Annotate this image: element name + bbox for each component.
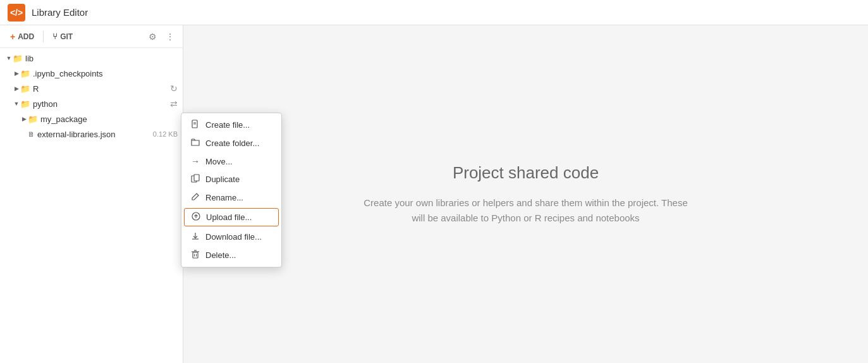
- app-title: Library Editor: [32, 7, 88, 18]
- menu-item-duplicate[interactable]: Duplicate: [181, 170, 281, 188]
- menu-item-create-file[interactable]: Create file...: [181, 116, 281, 134]
- git-icon: ⑂: [52, 32, 58, 41]
- tree-item-R[interactable]: ▶ 📁 R ↻: [0, 81, 183, 96]
- create-file-icon: [190, 120, 200, 130]
- chevron-right-icon: ▶: [13, 70, 20, 77]
- context-menu: Create file... Create folder... → Move..…: [181, 113, 282, 268]
- menu-item-label: Upload file...: [206, 212, 252, 222]
- sync-icon: ↻: [170, 83, 178, 94]
- sync-arrows-icon: ⇄: [170, 99, 178, 109]
- folder-icon: 📁: [20, 69, 30, 78]
- settings-icon: ⚙: [149, 32, 157, 42]
- tree-item-label: .ipynb_checkpoints: [33, 69, 178, 78]
- menu-item-upload-file[interactable]: Upload file...: [184, 208, 279, 226]
- download-icon: [190, 231, 200, 242]
- chevron-right-icon: ▶: [13, 85, 20, 92]
- sidebar-toolbar: + ADD ⑂ GIT ⚙ ⋮: [0, 25, 183, 48]
- tree-item-label: python: [33, 99, 170, 109]
- delete-icon: [190, 250, 200, 261]
- title-bar: </> Library Editor: [0, 0, 868, 25]
- no-arrow: [20, 130, 28, 138]
- content-area: Project shared code Create your own libr…: [183, 25, 868, 363]
- app-icon: </>: [8, 4, 25, 22]
- menu-item-move[interactable]: → Move...: [181, 152, 281, 170]
- menu-item-rename[interactable]: Rename...: [181, 188, 281, 207]
- settings-button[interactable]: ⚙: [145, 29, 160, 44]
- tree-item-label: my_package: [40, 114, 178, 124]
- file-icon: 🗎: [28, 130, 35, 138]
- svg-rect-4: [194, 175, 199, 181]
- menu-item-label: Download file...: [205, 232, 262, 242]
- tree-item-python[interactable]: ▼ 📁 python ⇄: [0, 96, 183, 111]
- menu-item-label: Delete...: [205, 250, 236, 260]
- tree-item-lib[interactable]: ▼ 📁 lib: [0, 51, 183, 66]
- tree-item-my-package[interactable]: ▶ 📁 my_package: [0, 111, 183, 126]
- chevron-right-icon: ▶: [20, 115, 28, 123]
- menu-item-label: Move...: [205, 157, 233, 166]
- toolbar-separator: [43, 31, 44, 42]
- tree-item-label: external-libraries.json: [37, 130, 153, 139]
- chevron-down-icon: ▼: [13, 100, 20, 108]
- svg-rect-9: [193, 252, 198, 258]
- menu-item-label: Create file...: [205, 120, 250, 130]
- menu-item-download-file[interactable]: Download file...: [181, 228, 281, 246]
- file-tree: ▼ 📁 lib ▶ 📁 .ipynb_checkpoints ▶ 📁 R ↻ ▼…: [0, 48, 183, 363]
- main-layout: + ADD ⑂ GIT ⚙ ⋮ ▼ 📁 lib: [0, 25, 868, 363]
- tree-item-label: lib: [25, 54, 178, 63]
- tree-item-ipynb-checkpoints[interactable]: ▶ 📁 .ipynb_checkpoints: [0, 66, 183, 81]
- git-button[interactable]: ⑂ GIT: [47, 30, 78, 43]
- tree-item-label: R: [33, 84, 170, 94]
- rename-icon: [190, 192, 200, 203]
- folder-icon: 📁: [13, 54, 23, 63]
- empty-state-title: Project shared code: [362, 163, 690, 183]
- move-icon: →: [190, 156, 200, 166]
- menu-item-create-folder[interactable]: Create folder...: [181, 134, 281, 152]
- sidebar: + ADD ⑂ GIT ⚙ ⋮ ▼ 📁 lib: [0, 25, 183, 363]
- add-button[interactable]: + ADD: [5, 30, 39, 44]
- more-button[interactable]: ⋮: [162, 29, 178, 44]
- tree-item-external-libraries[interactable]: 🗎 external-libraries.json 0.12 KB: [0, 126, 183, 142]
- menu-item-label: Rename...: [205, 193, 243, 202]
- chevron-down-icon: ▼: [5, 54, 13, 62]
- create-folder-icon: [190, 138, 200, 149]
- menu-item-label: Duplicate: [205, 175, 240, 184]
- plus-icon: +: [10, 32, 15, 42]
- empty-state: Project shared code Create your own libr…: [336, 138, 716, 251]
- menu-item-label: Create folder...: [205, 138, 259, 148]
- folder-icon: 📁: [20, 84, 30, 94]
- empty-state-description: Create your own libraries or helpers and…: [362, 195, 690, 226]
- duplicate-icon: [190, 174, 200, 185]
- folder-icon: 📁: [28, 114, 38, 124]
- upload-icon: [191, 212, 201, 223]
- menu-item-delete[interactable]: Delete...: [181, 246, 281, 264]
- more-icon: ⋮: [166, 32, 174, 42]
- file-size-badge: 0.12 KB: [153, 130, 178, 138]
- folder-icon: 📁: [20, 99, 30, 109]
